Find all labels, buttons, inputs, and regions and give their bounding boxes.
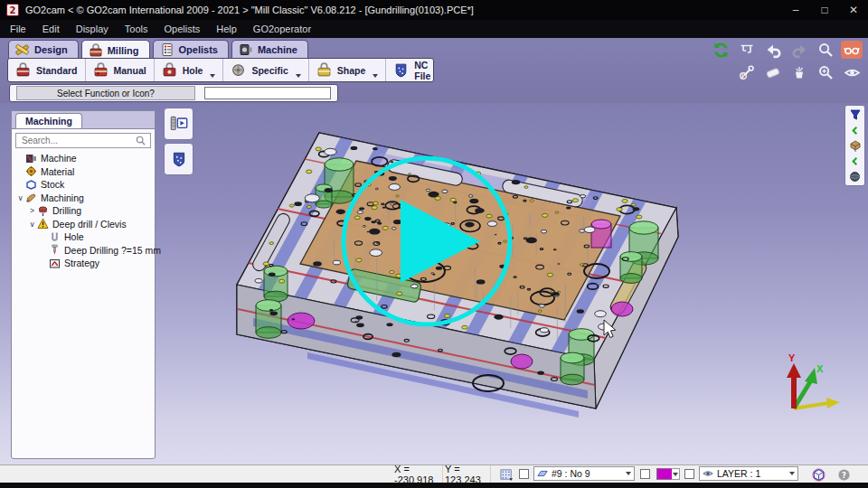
tree-item-machine[interactable]: Machine <box>12 152 155 165</box>
toolbar-button-hole[interactable]: Hole <box>155 59 224 81</box>
hole-icon <box>49 231 61 243</box>
dropdown-arrow-icon[interactable] <box>296 74 301 78</box>
tab-label: Milling <box>108 45 139 56</box>
tree-item-label: Deep drill / Clevis <box>52 219 127 230</box>
search-input[interactable] <box>20 135 135 146</box>
color-dropdown-button[interactable] <box>672 468 680 480</box>
prompt-input[interactable] <box>204 87 331 99</box>
collapse-left-button-3[interactable] <box>846 154 863 168</box>
zoom-button[interactable] <box>815 41 836 59</box>
tree-item-deep-drilling-15-mm[interactable]: Deep Drilling ?=15 mm <box>12 244 155 258</box>
solid-box-button-2[interactable] <box>846 138 863 153</box>
layer-select[interactable]: LAYER : 1 <box>699 466 798 481</box>
toolbar-button-manual[interactable]: Manual <box>86 59 155 81</box>
tree-item-hole[interactable]: Hole <box>12 230 155 244</box>
tree-item-deep-drill-clevis[interactable]: ∨Deep drill / Clevis <box>12 218 155 231</box>
tab-opelists[interactable]: Opelists <box>153 40 229 58</box>
grid-toggle-button[interactable] <box>495 466 517 483</box>
material-icon <box>25 165 37 177</box>
expander-open-icon[interactable]: ∨ <box>27 220 37 229</box>
menu-item-edit[interactable]: Edit <box>34 20 68 38</box>
tree-item-drilling[interactable]: >Drilling <box>12 204 155 218</box>
plane-checkbox[interactable] <box>519 469 529 479</box>
regenerate-button[interactable] <box>710 41 731 59</box>
tab-label: Opelists <box>179 44 218 55</box>
clean-button[interactable] <box>788 63 810 81</box>
toolbar-button-label: Standard <box>36 65 78 76</box>
current-color-swatch[interactable] <box>656 468 673 480</box>
machine-tab-icon <box>239 42 253 57</box>
iso-view-button[interactable] <box>807 466 829 483</box>
collapse-left-icon <box>850 156 860 166</box>
ribbon-area: DesignMillingOpelistsMachine StandardMan… <box>0 38 868 103</box>
menu-item-help[interactable]: Help <box>208 20 245 38</box>
zoom-window-button[interactable] <box>815 63 836 81</box>
plane-select[interactable]: #9 : No 9 <box>533 466 635 481</box>
toolbar-button-label: Specific <box>251 65 288 76</box>
toolbar-button-shape[interactable]: Shape <box>309 59 387 81</box>
menu-item-opelists[interactable]: Opelists <box>156 20 208 38</box>
tab-strip: DesignMillingOpelistsMachine <box>8 40 308 60</box>
minimize-button[interactable]: – <box>781 0 810 20</box>
warning-icon <box>37 218 49 230</box>
coord-x-readout: X = -230.918 <box>392 465 443 483</box>
redo-button[interactable] <box>788 41 810 59</box>
machining-tree: MachineMaterialStock∨Machining>Drilling∨… <box>12 152 155 270</box>
collapse-left-button-1[interactable] <box>846 123 863 137</box>
dropdown-arrow-icon[interactable] <box>210 74 215 78</box>
tree-item-strategy[interactable]: Strategy <box>12 257 155 270</box>
menu-item-tools[interactable]: Tools <box>117 20 156 38</box>
tree-item-label: Drilling <box>52 205 81 216</box>
toolbar-button-nc-file[interactable]: NC File <box>386 59 438 81</box>
filter-button[interactable] <box>846 108 863 122</box>
visibility-eye-button[interactable] <box>841 63 863 81</box>
toolbar-button-specific[interactable]: Specific <box>223 59 308 81</box>
expander-open-icon[interactable]: ∨ <box>15 193 25 202</box>
expander-closed-icon[interactable]: > <box>27 206 37 215</box>
close-button[interactable]: ✕ <box>839 0 868 20</box>
zoom-icon <box>817 42 834 58</box>
menu-item-go2operator[interactable]: GO2operator <box>245 20 319 38</box>
strategy-icon <box>49 258 61 269</box>
regenerate-icon <box>712 42 730 59</box>
tools-palette-button[interactable] <box>736 63 758 81</box>
coord-y-readout: Y = 123.243 <box>442 465 491 483</box>
opelists-icon <box>160 42 175 57</box>
tree-item-machining[interactable]: ∨Machining <box>12 192 155 205</box>
view-glasses-button[interactable] <box>841 41 863 59</box>
help-button[interactable]: ? <box>833 466 854 483</box>
layer-checkbox[interactable] <box>684 469 694 479</box>
layer-select-value: LAYER : 1 <box>717 468 760 479</box>
measure-caliper-button[interactable] <box>736 41 758 59</box>
toolbar-button-label: Manual <box>114 65 146 76</box>
tree-item-stock[interactable]: Stock <box>12 178 155 192</box>
dropdown-arrow-icon[interactable] <box>373 74 378 78</box>
toolbar-button-standard[interactable]: Standard <box>8 59 86 81</box>
viewport-3d[interactable]: Y X Machining MachineMaterialStock∨Machi… <box>0 103 868 465</box>
tree-item-material[interactable]: Material <box>12 165 155 179</box>
toolbar-button-label: NC File <box>414 60 430 81</box>
simulation-button[interactable] <box>164 108 193 140</box>
menu-item-display[interactable]: Display <box>68 20 117 38</box>
search-box <box>15 133 151 148</box>
tab-milling[interactable]: Milling <box>81 40 150 60</box>
design-icon <box>15 42 30 57</box>
title-bar: 2 GO2cam < © GO2cam International 2009 -… <box>0 0 868 20</box>
window-title: GO2cam < © GO2cam International 2009 - 2… <box>25 5 474 15</box>
sphere-button-4[interactable] <box>846 169 863 183</box>
color-checkbox[interactable] <box>640 469 650 479</box>
plane-icon <box>537 468 548 479</box>
measure-caliper-icon <box>739 42 755 58</box>
tab-design[interactable]: Design <box>8 40 79 58</box>
tree-item-label: Strategy <box>64 258 99 268</box>
redo-icon <box>791 42 808 59</box>
svg-text:?: ? <box>842 471 846 480</box>
undo-button[interactable] <box>762 41 784 59</box>
tab-machining-panel[interactable]: Machining <box>15 113 82 128</box>
eraser-button[interactable] <box>762 63 784 81</box>
maximize-button[interactable]: □ <box>810 0 839 20</box>
nc-shield-button[interactable] <box>164 143 193 175</box>
svg-text:2: 2 <box>10 5 16 15</box>
tab-machine[interactable]: Machine <box>231 40 308 58</box>
menu-item-file[interactable]: File <box>2 20 34 38</box>
